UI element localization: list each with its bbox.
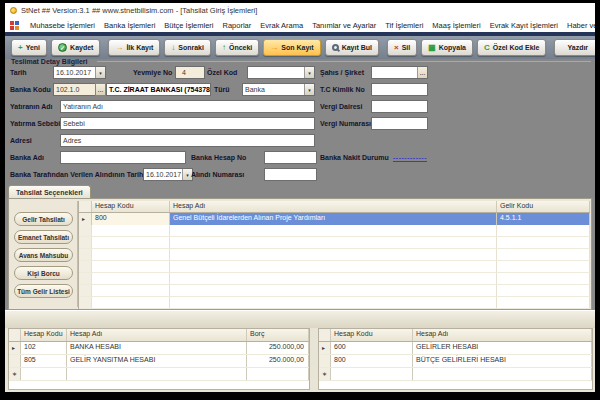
menu-item-butce[interactable]: Bütçe İşlemleri <box>164 21 213 30</box>
cell-borc[interactable]: 250.000,00 <box>247 342 309 354</box>
special-code-button[interactable]: C Özel Kod Ekle <box>477 39 546 56</box>
cell-hesap-kodu[interactable]: 800 <box>331 355 413 367</box>
alindi-tarih-field[interactable]: 16.10.2017 ▾ <box>143 168 193 181</box>
menu-item-maas[interactable]: Maaş İşlemleri <box>432 21 480 30</box>
menu-item-tanimlar[interactable]: Tanımlar ve Ayarlar <box>312 21 376 30</box>
banka-unvan-field[interactable]: T.C. ZİRAAT BANKASI (7543784.500 <box>106 83 211 96</box>
turu-value: Banka <box>245 86 265 93</box>
new-row-icon: ∗ <box>9 368 21 380</box>
copy-button[interactable]: ▦ Kopyala <box>421 39 473 56</box>
cell-hesap-adi[interactable]: GELİRLER HESABI <box>413 342 592 354</box>
gelir-tahsilati-button[interactable]: Gelir Tahsilatı <box>14 212 73 226</box>
vergi-no-field[interactable] <box>371 117 428 130</box>
banka-kodu-field[interactable]: 102.1.0 <box>53 83 96 96</box>
print-button[interactable]: Yazdır <box>554 39 595 56</box>
delete-button[interactable]: × Sil <box>387 39 417 56</box>
cell-gelir-kodu[interactable]: 4.5.1.1 <box>497 213 590 225</box>
cell-borc[interactable]: 250.000,00 <box>247 355 309 367</box>
yevmiye-label: Yevmiye No <box>133 69 172 76</box>
sebep-field[interactable]: Sebebi <box>60 117 315 130</box>
cell-hesap-adi[interactable]: Genel Bütçeli İdarelerden Alınan Proje Y… <box>170 213 497 225</box>
chevron-down-icon[interactable]: ▾ <box>95 67 105 78</box>
cell-hesap-kodu[interactable]: 600 <box>331 342 413 354</box>
gelir-grid: Hesap Kodu Hesap Adı Gelir Kodu ▸ 800 Ge… <box>78 201 590 309</box>
column-header-hesap-kodu[interactable]: Hesap Kodu <box>331 329 413 341</box>
first-record-button[interactable]: → İlk Kayıt <box>108 39 160 56</box>
menu-item-evrak-arama[interactable]: Evrak Arama <box>260 21 303 30</box>
last-record-button[interactable]: → Son Kayıt <box>263 39 320 56</box>
new-row[interactable]: ∗ <box>319 368 592 381</box>
tc-kimlik-field[interactable] <box>371 83 428 96</box>
chevron-down-icon[interactable]: ▾ <box>304 67 314 78</box>
yevmiye-value: 4 <box>182 69 186 76</box>
ellipsis-button[interactable]: … <box>417 67 427 78</box>
table-row[interactable]: 805 GELİR YANSITMA HESABI 250.000,00 <box>9 355 309 368</box>
turu-combo[interactable]: Banka ▾ <box>242 83 315 96</box>
find-record-button[interactable]: Kayıt Bul <box>325 39 379 56</box>
yevmiye-field[interactable]: 4 <box>175 66 205 79</box>
cell-hesap-adi[interactable]: BANKA HESABI <box>67 342 247 354</box>
column-header-hesap-adi[interactable]: Hesap Adı <box>413 329 592 341</box>
new-row[interactable]: ∗ <box>9 368 309 381</box>
splitter-bar[interactable] <box>5 310 595 328</box>
first-record-icon: → <box>115 44 123 52</box>
table-row[interactable]: 800 BÜTÇE GELİRLERİ HESABI <box>319 355 592 368</box>
banka-kodu-ellipsis-button[interactable]: … <box>95 83 106 96</box>
previous-record-button[interactable]: ↑ Önceki <box>215 39 259 56</box>
menu-item-banka[interactable]: Banka İşlemleri <box>104 21 155 30</box>
new-button[interactable]: + Yeni <box>11 39 47 56</box>
tum-gelir-listesi-button[interactable]: Tüm Gelir Listesi <box>14 284 73 298</box>
table-row[interactable]: ▸ 102 BANKA HESABI 250.000,00 <box>9 342 309 355</box>
banka-hesap-field[interactable] <box>264 151 317 164</box>
save-button[interactable]: ✓ Kaydet <box>51 39 100 56</box>
column-header-borc[interactable]: Borç <box>247 329 309 341</box>
menu-item-haber[interactable]: Haber ve Duyurular <box>567 21 595 30</box>
tarih-value: 16.10.2017 <box>56 69 91 76</box>
tab-strip: Tahsilat Seçenekleri <box>5 185 595 198</box>
button-label: Kayıt Bul <box>342 44 372 51</box>
column-header-hesap-kodu[interactable]: Hesap Kodu <box>21 329 67 341</box>
group-line <box>97 61 591 62</box>
column-header-hesap-adi[interactable]: Hesap Adı <box>67 329 247 341</box>
menu-item-evrak-kayit[interactable]: Evrak Kayıt İşlemleri <box>490 21 558 30</box>
avans-mahsubu-button[interactable]: Avans Mahsubu <box>14 248 73 262</box>
vergi-dairesi-field[interactable] <box>371 100 428 113</box>
grid-header-row: Hesap Kodu Hesap Adı <box>319 329 592 342</box>
column-header-hesap-adi[interactable]: Hesap Adı <box>170 201 497 212</box>
menu-item-raporlar[interactable]: Raporlar <box>223 21 252 30</box>
yatiran-field[interactable]: Yatıranın Adı <box>60 100 315 113</box>
next-record-button[interactable]: ↓ Sonraki <box>164 39 211 56</box>
button-label: Önceki <box>229 44 252 51</box>
banka-adi-label: Banka Adı <box>10 154 44 161</box>
column-header-hesap-kodu[interactable]: Hesap Kodu <box>92 201 170 212</box>
alindi-no-field[interactable] <box>264 168 317 181</box>
vergi-no-label: Vergi Numarası <box>320 120 371 127</box>
emanet-tahsilati-button[interactable]: Emanet Tahsilatı <box>14 230 73 244</box>
app-icon <box>10 7 17 14</box>
tarih-field[interactable]: 16.10.2017 ▾ <box>53 66 106 79</box>
table-row[interactable]: ▸ 800 Genel Bütçeli İdarelerden Alınan P… <box>79 213 590 225</box>
tab-tahsilat-secenekleri[interactable]: Tahsilat Seçenekleri <box>8 185 91 198</box>
cell-hesap-kodu[interactable]: 800 <box>92 213 170 225</box>
chevron-down-icon[interactable]: ▾ <box>304 84 314 95</box>
cell-hesap-adi[interactable]: BÜTÇE GELİRLERİ HESABI <box>413 355 592 367</box>
ozel-kod-combo[interactable]: ▾ <box>247 66 315 79</box>
nakit-durumu-link[interactable]: ------------ <box>393 154 427 161</box>
row-selector <box>9 355 21 367</box>
current-row-icon: ▸ <box>79 213 92 225</box>
group-title: Teslimat Detay Bilgileri <box>11 58 88 65</box>
banka-kodu-label: Banka Kodu <box>10 86 51 93</box>
cell-hesap-adi[interactable]: GELİR YANSITMA HESABI <box>67 355 247 367</box>
kisi-borcu-button[interactable]: Kişi Borcu <box>14 266 73 280</box>
cell-hesap-kodu[interactable]: 102 <box>21 342 67 354</box>
column-header-gelir-kodu[interactable]: Gelir Kodu <box>497 201 590 212</box>
table-row[interactable]: ▸ 600 GELİRLER HESABI <box>319 342 592 355</box>
find-icon <box>332 44 339 51</box>
menu-item-tif[interactable]: Tif İşlemleri <box>385 21 423 30</box>
adres-field[interactable]: Adres <box>60 134 315 147</box>
banka-adi-field[interactable] <box>60 151 186 164</box>
cell-hesap-kodu[interactable]: 805 <box>21 355 67 367</box>
menu-item-muhasebe[interactable]: Muhasebe İşlemleri <box>30 21 95 30</box>
app-content: StNet ## Version:3.1 ## www.stnetbilisim… <box>5 3 595 392</box>
sahis-sirket-field[interactable]: … <box>371 66 428 79</box>
